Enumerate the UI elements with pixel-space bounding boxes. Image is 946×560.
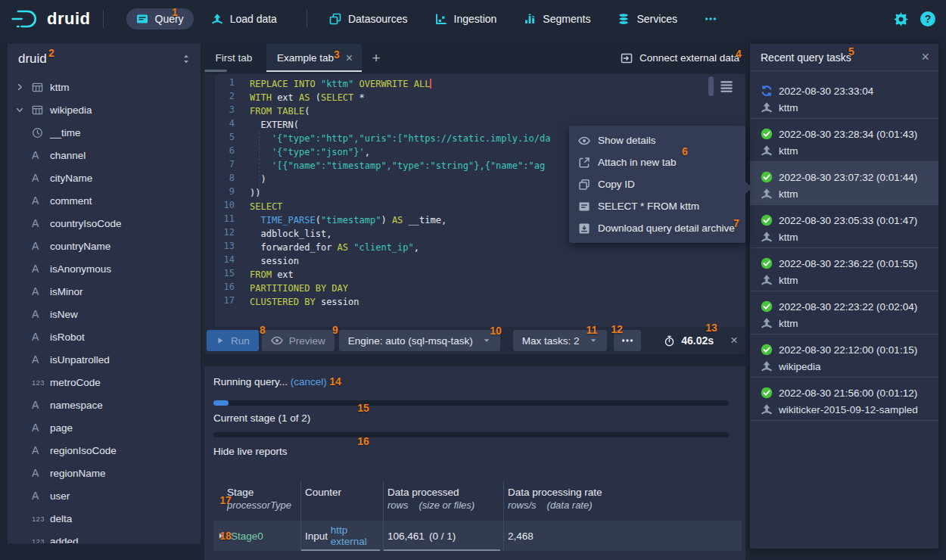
stage-progress-bar — [213, 432, 729, 437]
tree-item-isRobot[interactable]: AisRobot — [8, 325, 201, 348]
nav-item-query[interactable]: Query — [126, 8, 194, 30]
datasource-upload-icon — [761, 360, 773, 372]
tree-item-page[interactable]: Apage — [8, 416, 201, 439]
nav-item-segments[interactable]: Segments — [514, 8, 600, 30]
nav-item-ingestion[interactable]: Ingestion — [425, 8, 507, 30]
menu-item-copy-id[interactable]: Copy ID — [569, 173, 745, 195]
tree-item-comment[interactable]: Acomment — [8, 189, 201, 212]
chevron-right-icon[interactable] — [15, 82, 32, 92]
tree-item-label: countryName — [50, 241, 110, 252]
tree-item-user[interactable]: Auser — [8, 484, 201, 507]
menu-item-label: Download query detail archive — [598, 222, 735, 234]
task-item[interactable]: 2022-08-30 22:23:22 (0:02:04)kttm — [750, 291, 938, 334]
cancel-link[interactable]: (cancel) — [291, 376, 327, 387]
tree-item-countryIsoCode[interactable]: AcountryIsoCode — [8, 212, 201, 235]
tree-item-cityName[interactable]: AcityName — [8, 166, 201, 189]
number-type-icon: 123 — [32, 537, 50, 544]
line-number: 14 — [204, 254, 244, 268]
tree-item-metroCode[interactable]: 123metroCode — [8, 371, 201, 394]
col-header-data-processed[interactable]: Data processedrows(size or files) — [383, 481, 503, 521]
editor-scroll-indicator[interactable] — [708, 76, 714, 96]
query-progress-panel: Running query... (cancel) Current stage … — [204, 366, 745, 560]
tree-item-isNew[interactable]: AisNew — [8, 303, 201, 325]
tree-item-__time[interactable]: __time — [8, 121, 201, 144]
eye-icon — [271, 334, 283, 347]
task-item[interactable]: 2022-08-30 22:36:22 (0:01:55)kttm — [750, 248, 938, 291]
tree-item-kttm[interactable]: kttm — [8, 76, 201, 98]
engine-dropdown[interactable]: Engine: auto (sql-msq-task) — [339, 330, 500, 351]
settings-gear-icon[interactable] — [894, 12, 908, 26]
number-type-icon: 123 — [32, 378, 50, 387]
counter-label: Input — [305, 530, 331, 542]
tree-item-label: user — [50, 490, 70, 502]
annotation-8: 8 — [260, 324, 266, 336]
tab-close-icon[interactable]: × — [340, 51, 353, 65]
col-subtitle: rows/s(data rate) — [508, 499, 742, 511]
tab-scrollbar[interactable] — [204, 70, 227, 72]
tab-first-tab[interactable]: First tab — [204, 44, 263, 72]
col-header-counter[interactable]: Counter — [300, 481, 383, 521]
tree-item-added[interactable]: 123added — [8, 530, 201, 543]
string-type-icon: A — [32, 422, 50, 434]
task-item[interactable]: 2022-08-30 21:56:00 (0:01:12)wikiticker-… — [750, 378, 938, 421]
download-icon — [578, 222, 590, 235]
menu-item-select-from-kttm[interactable]: SELECT * FROM kttm — [569, 195, 745, 217]
tree-item-delta[interactable]: 123delta — [8, 507, 201, 530]
schema-name[interactable]: druid — [18, 51, 47, 67]
col-title: Stage — [227, 487, 300, 498]
schema-header: druid — [8, 44, 201, 67]
stage-table: StageprocessorTypeCounterData processedr… — [213, 481, 742, 551]
tree-item-isMinor[interactable]: AisMinor — [8, 280, 201, 303]
string-type-icon: A — [32, 353, 50, 366]
stage-table-row[interactable]: Stage0Input http external106,461(0 / 1)2… — [213, 521, 742, 551]
editor-code[interactable]: REPLACE INTO "kttm" OVERWRITE ALLWITH ex… — [250, 77, 550, 309]
preview-button[interactable]: Preview — [262, 330, 335, 351]
tasks-close-icon[interactable]: × — [921, 49, 929, 65]
tab-example-tab[interactable]: Example tab × — [266, 44, 362, 72]
chevron-down-icon[interactable] — [15, 105, 32, 114]
nav-divider — [103, 10, 104, 28]
annotation-5: 5 — [848, 45, 854, 58]
stage-name[interactable]: Stage0 — [231, 530, 263, 542]
nav-item-more[interactable] — [695, 8, 727, 30]
tree-item-regionIsoCode[interactable]: AregionIsoCode — [8, 439, 201, 462]
hide-live-reports-link[interactable]: Hide live reports — [213, 446, 288, 457]
nav-item-datasources[interactable]: Datasources — [319, 8, 418, 30]
task-item[interactable]: 2022-08-30 23:33:04kttm — [750, 71, 938, 119]
task-timestamp: 2022-08-30 22:12:00 (0:01:15) — [779, 344, 917, 356]
counter-link[interactable]: http external — [331, 524, 383, 547]
tree-item-channel[interactable]: Achannel — [8, 144, 201, 166]
col-header-data-processing-rate[interactable]: Data processing raterows/s(data rate) — [503, 481, 742, 521]
ingestion-icon — [435, 13, 447, 25]
druid-logo[interactable]: druid — [11, 8, 91, 30]
task-item[interactable]: 2022-08-30 22:12:00 (0:01:15)wikipedia — [750, 334, 938, 378]
tree-item-countryName[interactable]: AcountryName — [8, 235, 201, 257]
run-button[interactable]: Run — [207, 330, 259, 351]
editor-menu-icon[interactable] — [719, 79, 734, 94]
nav-item-load-data[interactable]: Load data — [201, 8, 287, 30]
tree-item-namespace[interactable]: Anamespace — [8, 394, 201, 416]
task-item[interactable]: 2022-08-30 23:05:33 (0:01:47)kttm — [750, 205, 938, 248]
nav-item-services-label: Services — [636, 13, 677, 25]
menu-item-attach-in-new-tab[interactable]: Attach in new tab — [569, 151, 745, 173]
timer-value: 46.02s — [681, 334, 714, 347]
tree-item-isAnonymous[interactable]: AisAnonymous — [8, 257, 201, 280]
task-item[interactable]: 2022-08-30 23:07:32 (0:01:44)kttm — [750, 162, 938, 205]
menu-item-show-details[interactable]: Show details — [569, 129, 745, 151]
tree-item-isUnpatrolled[interactable]: AisUnpatrolled — [8, 348, 201, 371]
help-icon[interactable]: ? — [920, 11, 935, 26]
task-success-icon — [761, 387, 773, 399]
datasource-upload-icon — [761, 317, 773, 329]
connect-external-data-button[interactable]: Connect external data — [621, 44, 739, 72]
nav-item-services[interactable]: Services — [608, 8, 687, 30]
menu-item-label: Copy ID — [598, 179, 635, 190]
tree-item-wikipedia[interactable]: wikipedia — [8, 98, 201, 121]
tree-item-regionName[interactable]: AregionName — [8, 462, 201, 484]
task-item[interactable]: 2022-08-30 23:28:34 (0:01:43)kttm — [750, 119, 938, 162]
line-number: 4 — [204, 118, 244, 132]
close-results-icon[interactable]: × — [730, 333, 738, 348]
sort-icon[interactable] — [181, 54, 191, 64]
menu-item-label: SELECT * FROM kttm — [598, 201, 699, 212]
new-tab-button[interactable]: + — [365, 44, 387, 72]
menu-item-download-query-detail-archive[interactable]: Download query detail archive — [569, 217, 745, 239]
